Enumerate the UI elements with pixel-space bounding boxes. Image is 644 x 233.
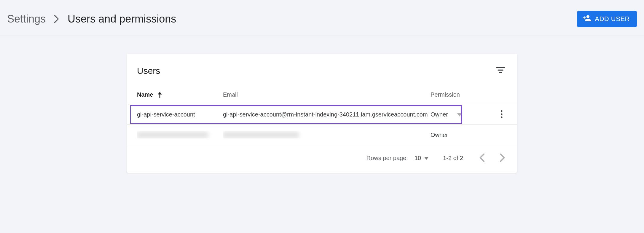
rows-per-page-label: Rows per page: — [366, 155, 408, 162]
table-row[interactable]: Owner — [127, 125, 517, 145]
permission-dropdown[interactable] — [457, 111, 462, 118]
svg-rect-1 — [498, 70, 503, 71]
prev-page-button[interactable] — [477, 152, 486, 165]
users-card: Users Name Email Permission gi-api-servi… — [127, 54, 517, 173]
cell-permission: Owner — [431, 111, 484, 118]
rows-per-page-select[interactable]: 10 — [415, 155, 429, 162]
column-header-permission[interactable]: Permission — [431, 91, 484, 98]
rows-per-page-value: 10 — [415, 155, 421, 162]
permission-value: Owner — [431, 132, 448, 138]
page-header: Settings Users and permissions ADD USER — [0, 0, 644, 36]
column-header-name[interactable]: Name — [137, 91, 223, 98]
card-header: Users — [127, 54, 517, 91]
filter-icon — [496, 70, 505, 75]
users-table: Name Email Permission gi-api-service-acc… — [127, 91, 517, 173]
next-page-button[interactable] — [498, 152, 507, 165]
add-user-icon — [582, 14, 591, 24]
sort-ascending-icon — [157, 92, 162, 98]
cell-permission: Owner — [431, 132, 484, 138]
cell-name-redacted — [137, 131, 223, 138]
table-row[interactable]: gi-api-service-account gi-api-service-ac… — [127, 104, 517, 125]
svg-point-3 — [501, 110, 502, 112]
chevron-right-icon — [54, 15, 59, 23]
permission-value: Owner — [431, 111, 448, 118]
breadcrumb: Settings Users and permissions — [7, 13, 176, 25]
column-name-label: Name — [137, 91, 153, 98]
pager — [477, 152, 507, 165]
pagination-range: 1-2 of 2 — [443, 155, 463, 162]
kebab-icon — [499, 114, 505, 119]
breadcrumb-settings[interactable]: Settings — [7, 13, 46, 25]
add-user-label: ADD USER — [595, 15, 630, 23]
row-menu-button[interactable] — [496, 108, 507, 121]
svg-point-4 — [501, 113, 502, 115]
cell-email: gi-api-service-account@rm-instant-indexi… — [223, 111, 431, 118]
caret-down-icon — [457, 111, 462, 118]
table-footer: Rows per page: 10 1-2 of 2 — [127, 145, 517, 173]
column-header-email[interactable]: Email — [223, 91, 431, 98]
chevron-right-icon — [500, 158, 505, 163]
svg-rect-0 — [496, 67, 505, 68]
filter-button[interactable] — [494, 64, 507, 77]
caret-down-icon — [424, 157, 429, 160]
table-header-row: Name Email Permission — [127, 91, 517, 104]
card-title: Users — [137, 66, 160, 76]
add-user-button[interactable]: ADD USER — [577, 11, 637, 27]
breadcrumb-current: Users and permissions — [68, 13, 176, 25]
svg-rect-2 — [499, 72, 502, 73]
svg-point-5 — [501, 116, 502, 118]
cell-name: gi-api-service-account — [137, 111, 223, 118]
rows-per-page: Rows per page: 10 — [366, 155, 429, 162]
row-actions — [484, 108, 507, 121]
cell-email-redacted — [223, 131, 431, 138]
chevron-left-icon — [479, 158, 484, 163]
